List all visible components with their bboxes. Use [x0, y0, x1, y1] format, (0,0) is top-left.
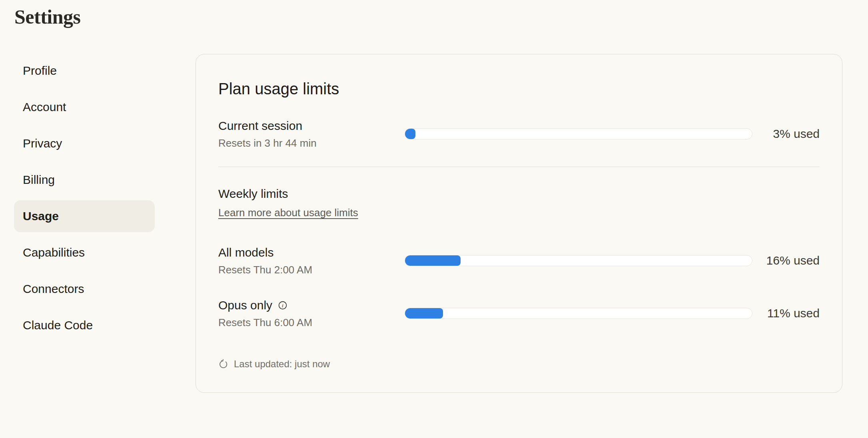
sidebar-item-claude-code[interactable]: Claude Code	[14, 309, 155, 341]
current-session-progress-track	[405, 128, 752, 139]
sidebar-item-account[interactable]: Account	[14, 91, 155, 123]
opus-only-label: Opus only	[218, 297, 272, 313]
svg-text:i: i	[282, 303, 283, 309]
all-models-label-block: All models Resets Thu 2:00 AM	[218, 245, 405, 277]
card-heading: Plan usage limits	[218, 79, 820, 98]
opus-only-label-block: Opus only i Resets Thu 6:00 AM	[218, 297, 405, 329]
all-models-label: All models	[218, 245, 405, 261]
sidebar-item-connectors[interactable]: Connectors	[14, 273, 155, 305]
page-title: Settings	[14, 5, 80, 29]
current-session-row: Current session Resets in 3 hr 44 min 3%…	[218, 118, 820, 150]
all-models-percent-used: 16% used	[765, 253, 820, 269]
usage-limits-learn-more-link[interactable]: Learn more about usage limits	[218, 206, 358, 219]
current-session-percent-used: 3% used	[765, 126, 820, 142]
opus-only-progress-fill	[405, 308, 443, 319]
last-updated-text: Last updated: just now	[234, 358, 330, 370]
current-session-label: Current session	[218, 118, 405, 134]
sidebar-item-privacy[interactable]: Privacy	[14, 127, 155, 159]
all-models-progress-track	[405, 255, 752, 266]
opus-only-percent-used: 11% used	[765, 305, 820, 321]
last-updated-row: Last updated: just now	[218, 358, 820, 370]
all-models-reset-time: Resets Thu 2:00 AM	[218, 263, 405, 277]
opus-only-label-line: Opus only i	[218, 297, 405, 313]
opus-only-progress-track	[405, 308, 752, 319]
section-divider	[218, 167, 820, 167]
opus-only-reset-time: Resets Thu 6:00 AM	[218, 316, 405, 329]
all-models-progress-fill	[405, 255, 461, 266]
sidebar-item-capabilities[interactable]: Capabilities	[14, 237, 155, 269]
plan-usage-limits-card: Plan usage limits Current session Resets…	[196, 54, 842, 393]
sidebar-item-usage[interactable]: Usage	[14, 200, 155, 232]
weekly-limits-heading: Weekly limits	[218, 186, 820, 202]
opus-only-row: Opus only i Resets Thu 6:00 AM 11% used	[218, 297, 820, 329]
all-models-row: All models Resets Thu 2:00 AM 16% used	[218, 245, 820, 277]
current-session-reset-time: Resets in 3 hr 44 min	[218, 136, 405, 150]
current-session-progress-fill	[405, 129, 415, 139]
info-icon[interactable]: i	[278, 301, 287, 310]
settings-sidebar: Profile Account Privacy Billing Usage Ca…	[14, 55, 155, 346]
sidebar-item-profile[interactable]: Profile	[14, 55, 155, 87]
refresh-icon	[218, 359, 228, 369]
sidebar-item-billing[interactable]: Billing	[14, 164, 155, 196]
current-session-label-block: Current session Resets in 3 hr 44 min	[218, 118, 405, 150]
